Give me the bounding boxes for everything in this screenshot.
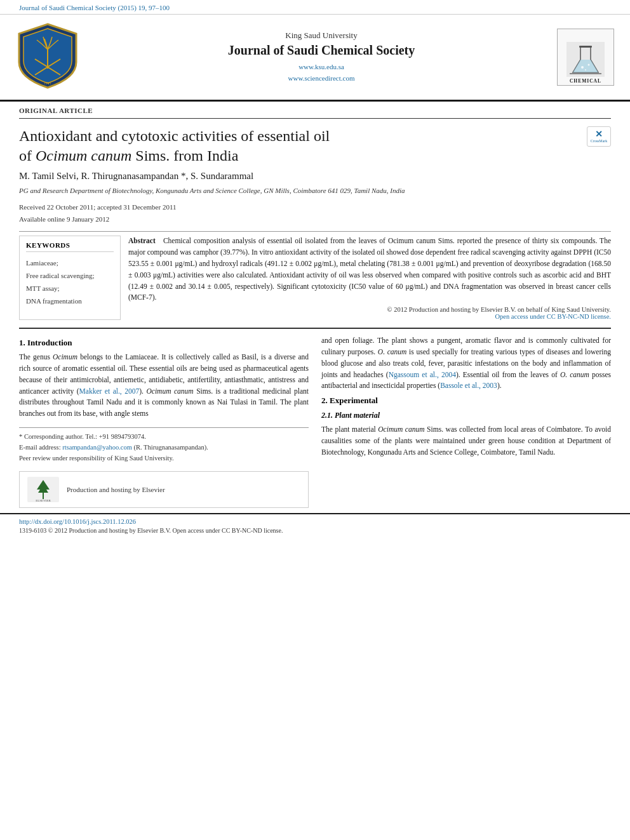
elsevier-text: Production and hosting by Elsevier <box>67 486 165 493</box>
abstract-text: Abstract Chemical composition analysis o… <box>128 236 611 303</box>
abstract-footer: © 2012 Production and hosting by Elsevie… <box>128 306 611 320</box>
article-title-section: Antioxidant and cytotoxic activities of … <box>19 126 611 166</box>
university-name: King Saud University <box>95 30 547 41</box>
keyword-3: MTT assay; <box>26 283 114 295</box>
abstract-box: Abstract Chemical composition analysis o… <box>128 236 611 320</box>
svg-point-6 <box>588 64 590 66</box>
affiliation: PG and Research Department of Biotechnol… <box>19 185 611 196</box>
ksu-logo-left: ١٣٧١ <box>13 21 89 93</box>
journal-citation: Journal of Saudi Chemical Society (2015)… <box>0 0 630 14</box>
plant-material-text: The plant material Ocimum canum Sims. wa… <box>321 424 611 458</box>
header-center: King Saud University Journal of Saudi Ch… <box>95 30 547 84</box>
cc-license-link[interactable]: Open access under CC BY-NC-ND license. <box>495 313 611 320</box>
elsevier-box: ELSEVIER Production and hosting by Elsev… <box>19 471 309 508</box>
intro-paragraph: The genus Ocimum belongs to the Lamiacea… <box>19 352 309 420</box>
keywords-title: KEYWORDS <box>26 241 114 252</box>
intro-para2: and open foliage. The plant shows a pung… <box>321 335 611 392</box>
keywords-abstract-section: KEYWORDS Lamiaceae; Free radical scaveng… <box>19 236 611 320</box>
issn-line: 1319-6103 © 2012 Production and hosting … <box>19 527 611 534</box>
chemical-logo-box: CHEMICAL <box>557 29 614 86</box>
authors: M. Tamil Selvi, R. Thirugnanasampandan *… <box>19 171 611 182</box>
intro-section-title: 1. Introduction <box>19 338 309 348</box>
left-column: 1. Introduction The genus Ocimum belongs… <box>19 335 309 508</box>
ngassoum-ref[interactable]: Ngassoum et al., 2004 <box>389 371 456 378</box>
main-content: ORIGINAL ARTICLE Antioxidant and cytotox… <box>0 102 630 508</box>
corresponding-footnote: * Corresponding author. Tel.: +91 989479… <box>19 432 309 443</box>
bottom-footer: http://dx.doi.org/10.1016/j.jscs.2011.12… <box>0 513 630 538</box>
journal-urls: www.ksu.edu.sa www.sciencedirect.com <box>95 62 547 84</box>
experimental-section-title: 2. Experimental <box>321 396 611 406</box>
plant-material-subtitle: 2.1. Plant material <box>321 411 611 420</box>
footnote-area: * Corresponding author. Tel.: +91 989479… <box>19 427 309 463</box>
email-link[interactable]: rtsampandan@yahoo.com <box>62 444 132 451</box>
abstract-body: Chemical composition analysis of essenti… <box>128 237 611 301</box>
abstract-label: Abstract <box>128 237 156 244</box>
keywords-list: Lamiaceae; Free radical scavenging; MTT … <box>26 257 114 307</box>
thick-divider <box>19 328 611 329</box>
svg-rect-8 <box>579 46 592 48</box>
article-section-label: ORIGINAL ARTICLE <box>19 102 611 119</box>
divider-1 <box>19 231 611 232</box>
keywords-box: KEYWORDS Lamiaceae; Free radical scaveng… <box>19 236 121 320</box>
body-columns: 1. Introduction The genus Ocimum belongs… <box>19 335 611 508</box>
url2[interactable]: www.sciencedirect.com <box>95 73 547 84</box>
article-dates: Received 22 October 2011; accepted 31 De… <box>19 201 611 225</box>
article-title: Antioxidant and cytotoxic activities of … <box>19 126 587 166</box>
chemical-logo-right: CHEMICAL <box>554 29 617 86</box>
crossmark-icon: ✕ <box>595 130 603 139</box>
chemical-label: CHEMICAL <box>570 77 601 85</box>
peer-review-note: Peer review under responsibility of King… <box>19 453 309 464</box>
svg-point-5 <box>581 66 584 69</box>
elsevier-logo: ELSEVIER <box>27 477 59 502</box>
keyword-4: DNA fragmentation <box>26 295 114 308</box>
available-date: Available online 9 January 2012 <box>19 213 611 225</box>
doi-line[interactable]: http://dx.doi.org/10.1016/j.jscs.2011.12… <box>19 518 611 525</box>
received-date: Received 22 October 2011; accepted 31 De… <box>19 201 611 213</box>
crossmark-badge[interactable]: ✕ CrossMark <box>587 126 611 147</box>
makker-ref[interactable]: Makker et al., 2007 <box>79 387 140 395</box>
crossmark-label: CrossMark <box>591 139 608 143</box>
keyword-1: Lamiaceae; <box>26 257 114 270</box>
right-column: and open foliage. The plant shows a pung… <box>321 335 611 508</box>
svg-point-7 <box>585 69 586 70</box>
journal-header: ١٣٧١ King Saud University Journal of Sau… <box>0 14 630 102</box>
email-footnote: E-mail address: rtsampandan@yahoo.com (R… <box>19 443 309 453</box>
url1[interactable]: www.ksu.edu.sa <box>95 62 547 73</box>
svg-text:ELSEVIER: ELSEVIER <box>36 499 51 502</box>
svg-rect-9 <box>570 73 601 74</box>
bassole-ref[interactable]: Bassole et al., 2003 <box>440 382 497 389</box>
keyword-2: Free radical scavenging; <box>26 270 114 283</box>
journal-name: Journal of Saudi Chemical Society <box>95 43 547 58</box>
svg-text:١٣٧١: ١٣٧١ <box>44 81 51 85</box>
